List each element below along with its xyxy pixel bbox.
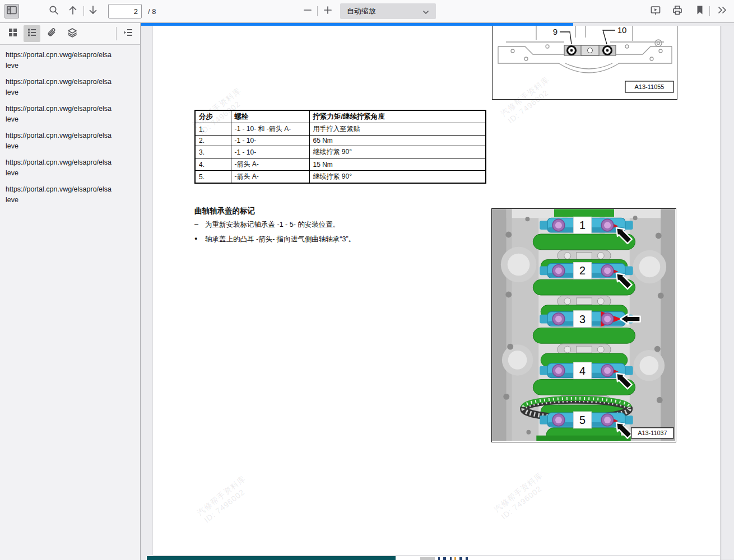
current-outline-item-button[interactable] [120, 25, 137, 42]
engine-bolts-line-drawing: 9 10 A13-11055 [493, 26, 676, 99]
cap-number-1: 1 [579, 219, 586, 231]
table-row: 5.-箭头 A-继续拧紧 90° [195, 171, 486, 184]
zoom-out-button[interactable] [300, 4, 315, 18]
outline-item[interactable]: https://portal.cpn.vwg/elsapro/elsaleve [6, 77, 140, 98]
zoom-level-value: 自动缩放 [347, 6, 376, 16]
outline-item[interactable]: https://portal.cpn.vwg/elsapro/elsaleve [6, 157, 140, 179]
page-count-label: / 8 [148, 7, 156, 16]
next-page-button[interactable] [86, 4, 100, 18]
callout-9: 9 [553, 27, 558, 36]
table-row: 1.-1 - 10- 和 -箭头 A-用手拧入至紧贴 [195, 123, 486, 136]
cap-number-3: 3 [579, 313, 586, 325]
table-row: 3.-1 - 10-继续拧紧 90° [195, 146, 486, 158]
toolbar: / 8 自动缩放 [0, 0, 734, 23]
pdf-page: 9 10 A13-11055 分步 螺栓 拧紧力矩/继续拧紧角度 1.-1 - … [153, 26, 720, 555]
printer-icon [672, 4, 683, 18]
toolbar-separator [83, 6, 84, 16]
instruction-text: 为重新安装标记轴承盖 -1 - 5- 的安装位置。 [205, 220, 340, 230]
instruction-text: 轴承盖上的凸耳 -箭头- 指向进气侧曲轴轴承“3”。 [205, 235, 355, 244]
callout-10: 10 [617, 26, 627, 35]
current-view-bookmark-button[interactable] [693, 4, 707, 18]
sidebar-toggle-button[interactable] [4, 4, 19, 18]
instruction-dash-item: – 为重新安装标记轴承盖 -1 - 5- 的安装位置。 [194, 220, 340, 230]
zoom-in-button[interactable] [320, 4, 335, 18]
chevron-down-icon [422, 8, 429, 17]
section-heading: 曲轴轴承盖的标记 [194, 206, 255, 216]
presentation-icon [650, 4, 661, 18]
print-button[interactable] [670, 4, 685, 18]
next-page-header-bar [147, 556, 396, 560]
toolbar-separator [317, 6, 318, 16]
search-icon [48, 4, 59, 18]
sidebar-header [0, 22, 140, 45]
col-header-bolt: 螺栓 [231, 110, 309, 123]
figure-crankshaft-bearing-caps: 1 2 [491, 208, 676, 442]
figure-bolt-sequence: 9 10 A13-11055 [492, 26, 677, 100]
figure-ref-label: A13-11037 [638, 430, 667, 436]
arrow-up-icon [67, 4, 78, 18]
torque-table: 分步 螺栓 拧紧力矩/继续拧紧角度 1.-1 - 10- 和 -箭头 A-用手拧… [194, 110, 486, 184]
cap-number-4: 4 [579, 365, 586, 377]
find-button[interactable] [47, 4, 61, 18]
table-header-row: 分步 螺栓 拧紧力矩/继续拧紧角度 [195, 110, 486, 123]
more-tools-button[interactable] [715, 4, 730, 18]
col-header-step: 分步 [195, 110, 231, 123]
vertical-scrollbar[interactable] [720, 22, 734, 560]
page-number-input[interactable] [108, 4, 142, 18]
outline-list-icon [26, 27, 38, 40]
bookmark-icon [694, 4, 705, 18]
layers-icon [67, 27, 78, 40]
table-row: 4.-箭头 A-15 Nm [195, 158, 486, 171]
thumbnails-tab[interactable] [4, 25, 21, 42]
presentation-mode-button[interactable] [648, 4, 663, 18]
layers-tab[interactable] [64, 25, 81, 42]
dash-marker: – [194, 220, 205, 230]
double-chevron-right-icon [716, 4, 728, 18]
zoom-level-select[interactable]: 自动缩放 [340, 3, 436, 19]
plus-icon [322, 4, 333, 18]
watermark: 汽修帮手资料库ID: 7496002 [195, 451, 282, 525]
figure-ref-label: A13-11055 [634, 83, 664, 90]
col-header-torque: 拧紧力矩/继续拧紧角度 [309, 110, 486, 123]
sidebar-header-separator [116, 27, 117, 40]
table-row: 2.-1 - 10-65 Nm [195, 136, 486, 146]
sidebar: https://portal.cpn.vwg/elsapro/elsaleve … [0, 22, 140, 560]
toolbar-separator [709, 6, 710, 16]
crankshaft-illustration: 1 2 [492, 209, 675, 441]
outline-item[interactable]: https://portal.cpn.vwg/elsapro/elsaleve [6, 104, 140, 125]
outline-item[interactable]: https://portal.cpn.vwg/elsapro/elsaleve [6, 50, 140, 71]
cap-number-2: 2 [579, 264, 586, 277]
minus-icon [302, 4, 313, 18]
attachments-tab[interactable] [44, 25, 61, 42]
watermark: 汽修帮手资料库ID: 7496002 [492, 447, 579, 522]
paperclip-icon [47, 27, 58, 40]
outline-item[interactable]: https://portal.cpn.vwg/elsapro/elsaleve [6, 130, 140, 152]
cap-number-5: 5 [579, 414, 586, 426]
next-pdf-page-edge [146, 556, 720, 560]
thumbnails-icon [7, 27, 18, 40]
arrow-down-icon [87, 4, 99, 18]
sidebar-resizer[interactable] [140, 22, 141, 560]
previous-page-button[interactable] [66, 4, 80, 18]
outline-item[interactable]: https://portal.cpn.vwg/elsapro/elsaleve [6, 184, 140, 206]
outline-tab[interactable] [24, 25, 40, 42]
instruction-bullet-item: ● 轴承盖上的凸耳 -箭头- 指向进气侧曲轴轴承“3”。 [194, 235, 355, 244]
current-outline-item-icon [123, 27, 134, 40]
bullet-marker: ● [194, 235, 205, 244]
outline-view: https://portal.cpn.vwg/elsapro/elsaleve … [0, 45, 140, 560]
sidebar-toggle-icon [6, 4, 17, 18]
pdf-viewer-window: / 8 自动缩放 [0, 0, 734, 560]
